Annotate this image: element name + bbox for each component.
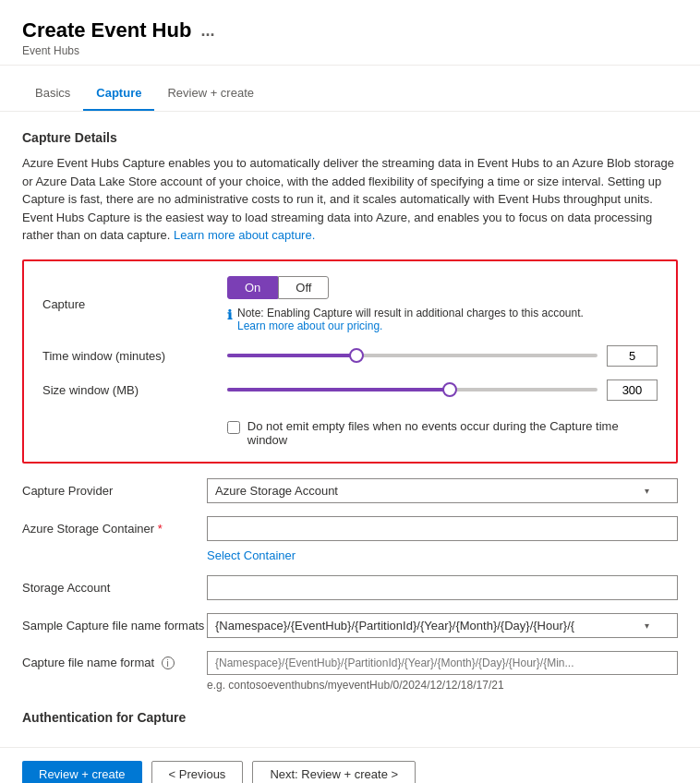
header-ellipsis-button[interactable]: ... (200, 21, 214, 41)
tab-basics[interactable]: Basics (22, 77, 83, 111)
sample-format-label: Sample Capture file name formats (22, 619, 207, 632)
time-window-slider-fill (227, 354, 356, 357)
empty-files-checkbox-group: Do not emit empty files when no events o… (227, 419, 658, 447)
page-subtitle: Event Hubs (22, 44, 678, 57)
info-icon: ℹ (227, 307, 232, 322)
storage-container-label: Azure Storage Container * (22, 522, 207, 536)
empty-files-text: Do not emit empty files when no events o… (247, 419, 658, 447)
storage-container-input[interactable] (207, 516, 678, 541)
pricing-link[interactable]: Learn more about our pricing. (237, 319, 382, 332)
capture-settings-box: Capture On Off ℹ Note: Enabling Capture … (22, 259, 678, 464)
capture-details-title: Capture Details (22, 130, 678, 145)
tab-capture[interactable]: Capture (83, 77, 154, 111)
info-circle-icon[interactable]: i (162, 657, 175, 669)
capture-note: ℹ Note: Enabling Capture will result in … (227, 307, 584, 332)
capture-label: Capture (42, 297, 227, 311)
size-window-slider-track[interactable] (227, 388, 597, 392)
capture-toggle-group: On Off (227, 276, 584, 299)
time-window-row: Time window (minutes) (42, 345, 658, 367)
capture-provider-row: Capture Provider Azure Storage Account ▾ (22, 478, 678, 503)
sample-format-select-box[interactable]: {Namespace}/{EventHub}/{PartitionId}/{Ye… (207, 613, 678, 638)
empty-files-row: Do not emit empty files when no events o… (42, 414, 658, 447)
time-window-slider-container (227, 345, 658, 367)
page-container: Create Event Hub ... Event Hubs Basics C… (0, 0, 700, 783)
learn-more-link[interactable]: Learn more about capture. (174, 228, 315, 242)
previous-button[interactable]: < Previous (151, 761, 244, 784)
tabs-bar: Basics Capture Review + create (0, 77, 700, 112)
capture-off-button[interactable]: Off (278, 276, 329, 299)
required-marker: * (158, 522, 163, 536)
tab-review-create[interactable]: Review + create (154, 77, 267, 111)
capture-provider-value: Azure Storage Account (215, 484, 338, 498)
file-name-format-group: Capture file name format i e.g. contosoe… (22, 651, 678, 692)
size-window-row: Size window (MB) (42, 379, 658, 401)
file-name-format-input[interactable] (207, 651, 678, 675)
time-window-label: Time window (minutes) (42, 349, 227, 363)
size-window-input[interactable] (607, 379, 658, 401)
storage-container-row: Azure Storage Container * (22, 516, 678, 541)
size-window-label: Size window (MB) (42, 383, 227, 397)
capture-provider-label: Capture Provider (22, 484, 207, 498)
time-window-input[interactable] (607, 345, 658, 367)
sample-format-select[interactable]: {Namespace}/{EventHub}/{PartitionId}/{Ye… (207, 613, 678, 638)
capture-provider-select-box[interactable]: Azure Storage Account ▾ (207, 478, 678, 503)
storage-account-row: Storage Account (22, 575, 678, 600)
select-container-link[interactable]: Select Container (207, 548, 296, 562)
capture-provider-select[interactable]: Azure Storage Account ▾ (207, 478, 678, 503)
time-window-slider-track[interactable] (227, 354, 597, 357)
capture-on-button[interactable]: On (227, 276, 278, 299)
page-title-row: Create Event Hub ... (22, 18, 678, 42)
capture-note-text: Note: Enabling Capture will result in ad… (237, 307, 584, 332)
footer: Review + create < Previous Next: Review … (0, 747, 700, 784)
sample-format-value: {Namespace}/{EventHub}/{PartitionId}/{Ye… (215, 619, 574, 632)
file-name-format-label: Capture file name format i (22, 656, 207, 669)
file-name-format-row: Capture file name format i (22, 651, 678, 675)
capture-description: Azure Event Hubs Capture enables you to … (22, 154, 678, 245)
auth-section-title: Authentication for Capture (22, 710, 678, 725)
chevron-down-icon: ▾ (645, 486, 649, 496)
size-window-slider-fill (227, 388, 450, 392)
empty-files-checkbox[interactable] (227, 421, 240, 434)
sample-format-row: Sample Capture file name formats {Namesp… (22, 613, 678, 638)
capture-toggle-row: Capture On Off ℹ Note: Enabling Capture … (42, 276, 658, 332)
review-create-button[interactable]: Review + create (22, 761, 142, 784)
time-window-slider-thumb[interactable] (349, 348, 364, 363)
storage-account-label: Storage Account (22, 581, 207, 595)
size-window-slider-thumb[interactable] (442, 382, 457, 397)
storage-container-group: Azure Storage Container * Select Contain… (22, 516, 678, 562)
header: Create Event Hub ... Event Hubs (0, 0, 700, 66)
main-content: Capture Details Azure Event Hubs Capture… (0, 112, 700, 747)
page-title: Create Event Hub (22, 18, 191, 42)
next-button[interactable]: Next: Review + create > (252, 761, 416, 784)
file-name-format-hint: e.g. contosoeventhubns/myeventHub/0/2024… (207, 679, 678, 692)
size-window-slider-container (227, 379, 658, 401)
chevron-down-icon-2: ▾ (645, 620, 649, 631)
storage-account-input[interactable] (207, 575, 678, 600)
